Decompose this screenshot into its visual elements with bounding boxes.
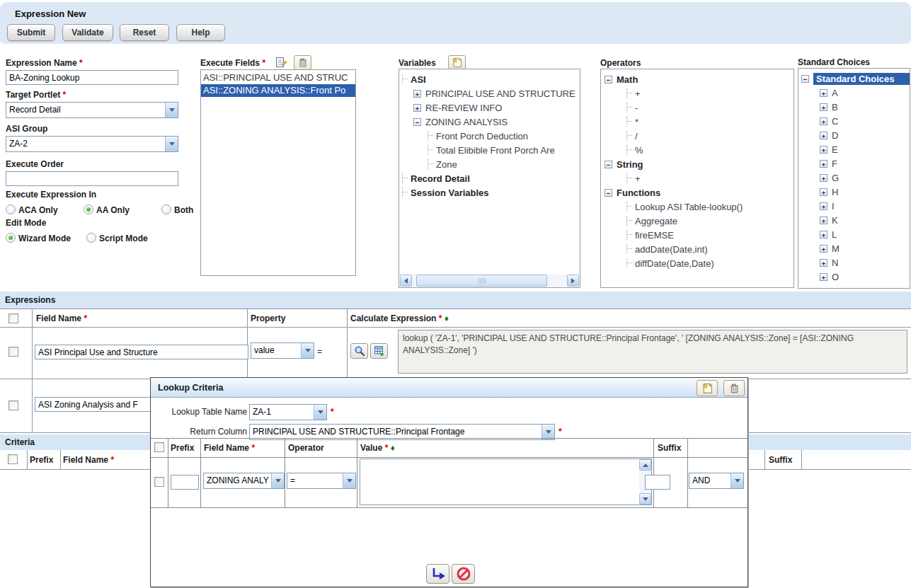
tree-item[interactable]: +K bbox=[798, 213, 910, 227]
chevron-down-icon[interactable] bbox=[301, 343, 314, 358]
tree-item[interactable]: + bbox=[601, 171, 793, 185]
expression-lookup-button[interactable] bbox=[350, 343, 368, 359]
tree-item-record-detail[interactable]: Record Detail bbox=[399, 171, 580, 185]
expression-row-checkbox[interactable] bbox=[8, 347, 18, 357]
expand-plus-icon[interactable]: + bbox=[820, 174, 827, 182]
tree-item[interactable]: Aggregate bbox=[601, 214, 793, 228]
tree-item[interactable]: +N bbox=[798, 255, 910, 270]
expression-name-input[interactable] bbox=[6, 70, 178, 85]
collapse-minus-icon[interactable]: − bbox=[413, 118, 421, 126]
tree-item[interactable]: * bbox=[601, 115, 793, 129]
dialog-logic-select[interactable]: AND bbox=[689, 473, 744, 489]
scroll-down-icon[interactable] bbox=[639, 493, 651, 505]
aa-only-radio-label[interactable]: AA Only bbox=[96, 205, 130, 215]
chevron-down-icon[interactable] bbox=[314, 405, 326, 420]
tree-item[interactable]: fireEMSE bbox=[601, 228, 793, 242]
tree-item-math[interactable]: −Math bbox=[601, 72, 793, 86]
expression-field-name-input[interactable] bbox=[35, 345, 248, 359]
expand-plus-icon[interactable]: + bbox=[820, 117, 827, 125]
target-portlet-select[interactable]: Record Detail bbox=[6, 102, 178, 118]
lookup-table-name-select[interactable]: ZA-1 bbox=[249, 404, 327, 420]
tree-item[interactable]: +A bbox=[798, 86, 910, 100]
script-mode-radio-label[interactable]: Script Mode bbox=[99, 234, 148, 243]
tree-item[interactable]: Front Porch Deduction bbox=[399, 129, 580, 143]
select-all-criteria-checkbox[interactable] bbox=[8, 454, 18, 464]
script-mode-radio[interactable] bbox=[86, 233, 96, 243]
reset-button[interactable]: Reset bbox=[120, 24, 169, 41]
validate-button[interactable]: Validate bbox=[62, 24, 113, 41]
dialog-operator-select[interactable]: = bbox=[287, 473, 356, 489]
operators-tree[interactable]: −Math + - * / % −String + −Functions Loo… bbox=[600, 69, 794, 288]
help-button[interactable]: Help bbox=[176, 24, 225, 41]
both-radio[interactable] bbox=[161, 204, 171, 214]
new-variable-button[interactable] bbox=[448, 55, 466, 70]
tree-item[interactable]: diffDate(Date,Date) bbox=[601, 256, 793, 270]
tree-item[interactable]: + bbox=[601, 86, 793, 100]
chevron-down-icon[interactable] bbox=[165, 103, 178, 117]
delete-execute-field-button[interactable] bbox=[294, 55, 311, 70]
chevron-down-icon[interactable] bbox=[271, 473, 284, 488]
dialog-suffix-input[interactable] bbox=[645, 475, 670, 490]
execute-fields-listbox[interactable]: ASI::PRINCIPAL USE AND STRUC ASI::ZONING… bbox=[200, 69, 356, 276]
tree-item[interactable]: +H bbox=[798, 185, 910, 199]
collapse-minus-icon[interactable]: − bbox=[801, 75, 809, 83]
scroll-up-icon[interactable] bbox=[639, 459, 651, 471]
tree-item[interactable]: Total Elibible Front Porch Are bbox=[399, 143, 580, 157]
expand-plus-icon[interactable]: + bbox=[820, 132, 827, 139]
property-select[interactable]: value bbox=[251, 342, 314, 359]
chevron-down-icon[interactable] bbox=[343, 473, 355, 488]
tree-item[interactable]: / bbox=[601, 129, 793, 143]
tree-item[interactable]: addDate(Date,int) bbox=[601, 242, 793, 256]
expand-plus-icon[interactable]: + bbox=[413, 104, 421, 112]
collapse-minus-icon[interactable]: − bbox=[605, 189, 612, 197]
expression-row-checkbox[interactable] bbox=[8, 400, 18, 410]
execute-order-input[interactable] bbox=[6, 171, 178, 186]
tree-item-asi[interactable]: ASI bbox=[399, 72, 580, 86]
expand-plus-icon[interactable]: + bbox=[820, 160, 827, 168]
expand-plus-icon[interactable]: + bbox=[820, 103, 827, 111]
tree-item-string[interactable]: −String bbox=[601, 157, 793, 171]
horizontal-scrollbar[interactable] bbox=[400, 275, 579, 287]
select-all-expressions-checkbox[interactable] bbox=[8, 313, 18, 323]
standard-choices-tree[interactable]: −Standard Choices +A +B +C +D +E +F +G +… bbox=[798, 68, 910, 289]
scroll-left-icon[interactable] bbox=[400, 275, 412, 287]
dialog-delete-criteria-button[interactable] bbox=[723, 380, 745, 396]
aca-only-radio[interactable] bbox=[6, 204, 16, 214]
tree-item-session-variables[interactable]: Session Variables bbox=[399, 185, 580, 200]
scroll-right-icon[interactable] bbox=[567, 275, 579, 287]
tree-item[interactable]: +RE-REVIEW INFO bbox=[399, 100, 580, 115]
expand-plus-icon[interactable]: + bbox=[820, 259, 827, 267]
edit-fields-icon[interactable] bbox=[275, 56, 287, 69]
dialog-submit-button[interactable] bbox=[426, 564, 449, 584]
tree-item[interactable]: % bbox=[601, 143, 793, 157]
tree-item[interactable]: +G bbox=[798, 171, 910, 185]
chevron-down-icon[interactable] bbox=[542, 425, 554, 439]
submit-button[interactable]: Submit bbox=[7, 24, 55, 41]
list-item[interactable]: ASI::ZONING ANALYSIS::Front Po bbox=[201, 84, 355, 97]
expand-plus-icon[interactable]: + bbox=[820, 146, 827, 154]
tree-item[interactable]: +F bbox=[798, 156, 910, 171]
expand-plus-icon[interactable]: + bbox=[820, 202, 827, 210]
expand-plus-icon[interactable]: + bbox=[820, 273, 827, 281]
dialog-value-textarea[interactable] bbox=[360, 459, 652, 505]
chevron-down-icon[interactable] bbox=[730, 473, 743, 488]
tree-item[interactable]: Zone bbox=[399, 157, 580, 171]
expand-plus-icon[interactable]: + bbox=[820, 245, 827, 253]
dialog-field-name-select[interactable]: ZONING ANALY bbox=[203, 473, 285, 489]
expand-plus-icon[interactable]: + bbox=[413, 90, 421, 98]
dialog-new-criteria-button[interactable] bbox=[697, 380, 718, 396]
tree-item-functions[interactable]: −Functions bbox=[601, 185, 793, 200]
aa-only-radio[interactable] bbox=[84, 204, 93, 214]
tree-item[interactable]: +O bbox=[798, 270, 910, 284]
tree-item[interactable]: +PRINCIPAL USE AND STRUCTURE bbox=[399, 86, 580, 100]
tree-item[interactable]: +C bbox=[798, 114, 910, 128]
tree-item[interactable]: +D bbox=[798, 128, 910, 142]
expression-table-pick-button[interactable] bbox=[370, 343, 388, 359]
wizard-mode-radio-label[interactable]: Wizard Mode bbox=[18, 234, 71, 243]
tree-item[interactable]: −ZONING ANALYSIS bbox=[399, 115, 580, 129]
asi-group-select[interactable]: ZA-2 bbox=[6, 136, 178, 152]
expand-plus-icon[interactable]: + bbox=[820, 217, 827, 224]
expand-plus-icon[interactable]: + bbox=[820, 89, 827, 97]
tree-item[interactable]: +I bbox=[798, 199, 910, 213]
dialog-select-all-checkbox[interactable] bbox=[154, 442, 164, 452]
